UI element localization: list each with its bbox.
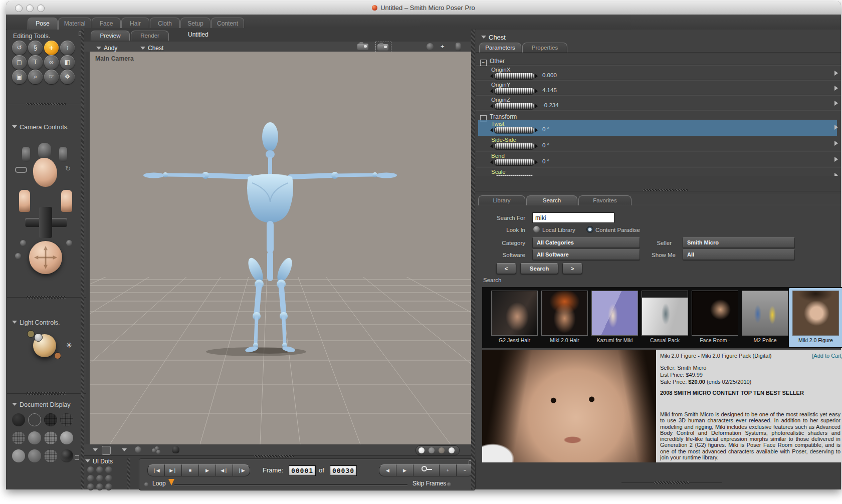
play-button[interactable]: ▶ [198,464,216,476]
current-frame-field[interactable]: 00001 [289,465,316,476]
show-me-dropdown[interactable]: All [683,249,795,260]
light-controls-header[interactable]: Light Controls. [12,319,60,326]
result-thumbnail[interactable] [792,291,839,336]
display-sphere-icon[interactable] [135,446,141,453]
translate-inout-tool-icon[interactable]: ↕ [60,41,75,55]
display-cartoon-icon[interactable] [44,449,57,462]
result-thumbnail[interactable] [692,291,738,336]
grouping-tool-icon[interactable]: ☞ [44,70,59,84]
ui-dot-button[interactable] [87,483,94,490]
tab-parameters[interactable]: Parameters [479,43,521,53]
result-thumbnail[interactable] [541,291,588,336]
camera-select-icon[interactable] [375,42,391,52]
sun-icon[interactable]: ✳ [66,341,72,349]
color-tool-icon[interactable]: ◧ [60,55,75,70]
param-label[interactable]: Bend [491,153,505,159]
display-lit-wireframe-icon[interactable] [12,431,25,444]
trackball-mini-icon[interactable] [427,43,434,50]
total-frames-field[interactable]: 00030 [330,465,357,476]
move-cross-icon[interactable]: + [441,43,445,50]
param-value[interactable]: 4.145 [542,87,557,93]
rotate-tool-icon[interactable]: ↺ [12,41,27,55]
prev-keyframe-button[interactable]: ◀ [379,464,396,476]
right-hand-control-icon[interactable] [61,190,72,212]
tab-favorites[interactable]: Favorites [578,195,632,205]
trackball-control-icon[interactable] [29,241,62,274]
light-indicator-icon[interactable] [27,330,35,338]
param-menu-arrow-icon[interactable] [834,157,838,162]
add-to-cart-link[interactable]: [Add to Cart] [812,353,842,359]
morphing-tool-icon[interactable]: ▣ [12,70,27,84]
software-dropdown[interactable]: All Software [532,249,640,260]
camera-dot-icon[interactable] [66,240,72,246]
tab-search[interactable]: Search [526,195,577,205]
document-display-header[interactable]: Document Display [12,401,70,408]
move-xy-control-icon[interactable] [39,207,52,238]
seller-dropdown[interactable]: Smith Micro [683,237,795,248]
param-label[interactable]: Twist [491,121,504,127]
display-smooth-shaded-icon[interactable] [60,431,73,444]
param-value[interactable]: 0 ° [542,158,549,164]
tracking-quality-control[interactable] [415,445,460,455]
display-smooth-lined-icon[interactable] [12,449,25,462]
param-menu-arrow-icon[interactable] [834,86,838,91]
prev-page-button[interactable]: < [496,263,516,274]
ui-dot-button[interactable] [96,466,103,473]
scale-tool-icon[interactable]: ▢ [12,55,27,70]
tracking-dot-icon[interactable] [449,447,455,453]
loop-indicator-icon[interactable] [144,482,148,486]
last-frame-button[interactable]: ▶❘ [164,464,182,476]
result-thumbnail[interactable] [491,291,538,336]
add-keyframe-button[interactable]: + [439,464,457,476]
panel-resize-gutter[interactable] [471,30,475,489]
search-button[interactable]: Search [520,263,558,274]
param-menu-arrow-icon[interactable] [834,71,838,76]
ui-dots-header[interactable]: UI Dots [85,456,113,465]
result-item-selected[interactable]: Miki 2.0 Figure [789,288,842,347]
panel-collapse-icon[interactable] [75,455,79,460]
param-menu-arrow-icon[interactable] [834,173,838,176]
search-input[interactable] [532,212,614,223]
next-keyframe-button[interactable]: ▶ [396,464,413,476]
panel-resize-handle[interactable] [254,455,294,457]
next-page-button[interactable]: > [562,263,582,274]
tracking-dot-icon[interactable] [429,447,435,453]
actor-menu[interactable]: Andy [96,43,117,52]
param-menu-arrow-icon[interactable] [834,141,838,146]
depth-cue-menu-icon[interactable] [93,448,98,451]
timeline-position-marker[interactable] [168,479,174,485]
param-value[interactable]: -0.234 [542,102,559,108]
param-value[interactable]: 0 ° [542,142,549,148]
hand-icon[interactable] [456,43,461,51]
sidebar-resize-gutter[interactable] [81,30,84,489]
tracking-mode-button[interactable] [102,446,111,455]
tab-render[interactable]: Render [131,31,169,41]
rotate-view-icon[interactable]: ↻ [65,165,71,172]
bodypart-menu[interactable]: Chest [140,43,163,52]
ui-dot-button[interactable] [96,475,103,482]
camera-name-label[interactable]: Main Camera [95,55,134,62]
local-library-option[interactable]: Local Library [542,227,575,233]
content-paradise-radio[interactable] [586,226,593,233]
display-style-menu-icon[interactable] [122,448,127,451]
param-label[interactable]: OriginZ [491,97,510,103]
face-camera-icon[interactable] [33,158,57,187]
tab-library[interactable]: Library [478,195,525,205]
light-indicator-icon[interactable] [54,352,61,359]
display-wireframe-icon[interactable] [44,413,57,426]
tracking-dot-icon[interactable] [439,447,445,453]
bottom-panel-gutter[interactable] [127,458,130,489]
right-hand-camera-icon[interactable] [59,147,67,162]
light-indicator-icon[interactable] [34,333,43,342]
stop-button[interactable]: ■ [181,464,199,476]
display-flat-lined-icon[interactable] [44,431,57,444]
camera-dot-icon[interactable] [20,240,26,246]
direct-manipulation-tool-icon[interactable]: ☸ [60,70,75,84]
param-label[interactable]: OriginY [491,82,510,88]
parameters-header[interactable]: Chest [481,33,506,42]
first-frame-button[interactable]: ❘◀ [147,464,165,476]
left-hand-camera-icon[interactable] [22,147,30,162]
camera-dot-icon[interactable] [15,253,21,259]
skip-frames-indicator-icon[interactable] [447,482,451,486]
step-back-button[interactable]: ◀❘ [216,464,233,476]
